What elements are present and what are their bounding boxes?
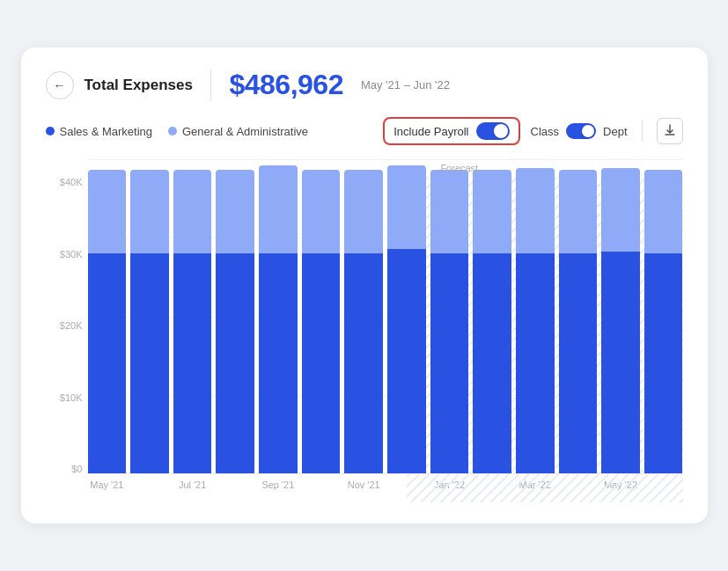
bar-group-6 bbox=[344, 159, 383, 473]
chart-area: Forecast $40K $30K $20K $10K $0 bbox=[46, 159, 683, 502]
download-icon bbox=[664, 124, 676, 139]
bar-top-2 bbox=[173, 170, 212, 253]
back-icon: ← bbox=[54, 78, 66, 92]
bar-bottom-13 bbox=[644, 253, 683, 473]
bar-bottom-11 bbox=[559, 253, 598, 473]
bar-top-5 bbox=[302, 170, 341, 253]
bar-group-3 bbox=[216, 159, 254, 473]
bar-stack-8 bbox=[430, 170, 469, 473]
class-toggle-knob bbox=[582, 125, 594, 137]
bar-stack-11 bbox=[559, 170, 598, 473]
bar-group-5 bbox=[302, 159, 341, 473]
bar-top-1 bbox=[130, 170, 169, 253]
y-label-0: $0 bbox=[71, 464, 82, 474]
x-label-4: Sep '21 bbox=[259, 479, 298, 490]
legend-item-general: General & Administrative bbox=[168, 125, 308, 138]
y-label-10k: $10K bbox=[60, 392, 83, 403]
x-label-7 bbox=[387, 479, 426, 490]
payroll-toggle[interactable] bbox=[476, 122, 510, 140]
bar-group-13 bbox=[644, 159, 683, 473]
forecast-label: Forecast bbox=[440, 163, 478, 173]
bar-stack-2 bbox=[173, 170, 212, 473]
bar-bottom-10 bbox=[516, 253, 555, 473]
bars-container bbox=[88, 159, 683, 474]
bar-group-10 bbox=[516, 159, 555, 473]
expenses-card: ← Total Expenses $486,962 May '21 – Jun … bbox=[21, 48, 708, 523]
download-button[interactable] bbox=[657, 118, 683, 144]
bar-bottom-1 bbox=[130, 253, 169, 473]
x-label-2: Jul '21 bbox=[173, 479, 212, 490]
bar-bottom-4 bbox=[259, 253, 298, 473]
bar-group-0 bbox=[88, 159, 127, 473]
y-label-30k: $30K bbox=[60, 249, 83, 260]
bar-top-9 bbox=[473, 170, 511, 253]
y-label-40k: $40K bbox=[60, 177, 83, 187]
date-range: May '21 – Jun '22 bbox=[361, 78, 450, 92]
bar-bottom-8 bbox=[430, 253, 469, 473]
bar-top-7 bbox=[387, 165, 426, 249]
toggle-knob bbox=[494, 124, 508, 138]
x-label-1 bbox=[130, 479, 169, 490]
x-label-9 bbox=[473, 479, 511, 490]
bar-group-7 bbox=[387, 159, 426, 473]
bar-top-4 bbox=[259, 165, 298, 253]
dept-label: Dept bbox=[603, 125, 627, 138]
card-title: Total Expenses bbox=[85, 77, 193, 94]
bar-group-9 bbox=[473, 159, 511, 473]
x-label-13 bbox=[644, 479, 683, 490]
y-label-20k: $20K bbox=[60, 320, 83, 331]
bar-stack-13 bbox=[644, 170, 683, 473]
bar-stack-5 bbox=[302, 170, 341, 473]
bar-top-11 bbox=[559, 170, 598, 253]
y-axis: $40K $30K $20K $10K $0 bbox=[46, 159, 88, 502]
bar-stack-1 bbox=[130, 170, 169, 473]
bar-bottom-3 bbox=[216, 253, 254, 473]
bar-group-11 bbox=[559, 159, 598, 473]
bar-stack-12 bbox=[601, 168, 640, 473]
header-divider bbox=[210, 70, 212, 101]
bar-bottom-2 bbox=[173, 253, 212, 473]
x-label-12: May '22 bbox=[601, 479, 640, 490]
bar-top-8 bbox=[430, 170, 469, 253]
legend-label-sales: Sales & Marketing bbox=[60, 125, 153, 138]
bar-bottom-5 bbox=[302, 253, 341, 473]
bar-top-12 bbox=[601, 168, 640, 252]
bar-group-12 bbox=[601, 159, 640, 473]
bar-top-6 bbox=[344, 170, 383, 253]
legend-item-sales: Sales & Marketing bbox=[46, 125, 153, 138]
x-axis: May '21 Jul '21 Sep '21 Nov '21 Jan '22 … bbox=[88, 479, 683, 490]
total-amount: $486,962 bbox=[229, 69, 342, 101]
bar-stack-7 bbox=[387, 165, 426, 473]
bar-bottom-0 bbox=[88, 253, 127, 473]
bar-stack-3 bbox=[216, 170, 254, 473]
class-label: Class bbox=[531, 125, 560, 138]
payroll-label: Include Payroll bbox=[393, 125, 468, 138]
legend: Sales & Marketing General & Administrati… bbox=[46, 125, 384, 138]
bar-top-0 bbox=[88, 170, 127, 253]
card-header: ← Total Expenses $486,962 May '21 – Jun … bbox=[46, 69, 683, 101]
back-button[interactable]: ← bbox=[46, 71, 74, 99]
bar-bottom-6 bbox=[344, 253, 383, 473]
bar-group-1 bbox=[130, 159, 169, 473]
bar-top-10 bbox=[516, 168, 555, 253]
class-toggle[interactable] bbox=[566, 123, 596, 139]
bar-stack-4 bbox=[259, 165, 298, 473]
bar-stack-6 bbox=[344, 170, 383, 473]
legend-label-general: General & Administrative bbox=[182, 125, 308, 138]
bar-top-13 bbox=[644, 170, 683, 253]
x-label-5 bbox=[302, 479, 341, 490]
ctrl-divider bbox=[642, 121, 643, 142]
bar-group-4 bbox=[259, 159, 298, 473]
x-label-3 bbox=[216, 479, 254, 490]
legend-dot-light bbox=[168, 127, 177, 135]
x-label-0: May '21 bbox=[88, 479, 127, 490]
x-label-10: Mar '22 bbox=[516, 479, 555, 490]
legend-dot-dark bbox=[46, 127, 55, 135]
x-label-8: Jan '22 bbox=[430, 479, 469, 490]
bar-stack-9 bbox=[473, 170, 511, 473]
payroll-toggle-box: Include Payroll bbox=[383, 117, 519, 145]
x-label-6: Nov '21 bbox=[344, 479, 383, 490]
bar-bottom-9 bbox=[473, 253, 511, 473]
bar-group-2 bbox=[173, 159, 212, 473]
bar-bottom-12 bbox=[601, 252, 640, 473]
